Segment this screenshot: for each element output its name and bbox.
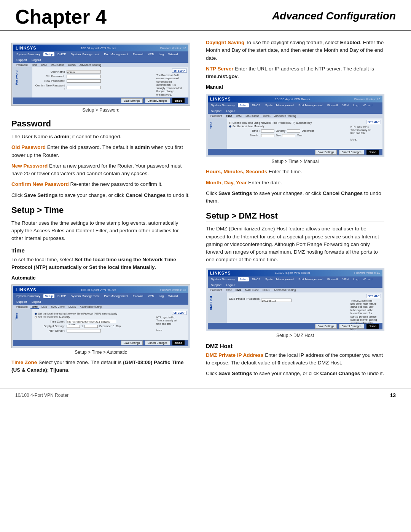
dmz-ip-para: DMZ Private IP Address Enter the local I… <box>206 351 384 367</box>
screenshot-dmz: LINKSYS 10/100 4-port VPN Router Firmwar… <box>206 268 384 331</box>
setup-time-section: Setup > Time The Router uses the time se… <box>11 205 190 243</box>
cancel-changes-btn-2[interactable]: Cancel Changes <box>145 340 170 345</box>
dmz-host-subsection: DMZ Host DMZ Private IP Address Enter th… <box>206 343 384 378</box>
save-settings-btn-1[interactable]: Save Settings <box>121 98 143 103</box>
time-subsection: Time To set the local time, select Set t… <box>11 247 190 272</box>
time-intro: To set the local time, select Set the lo… <box>11 256 190 272</box>
section-title: Advanced Configuration <box>272 10 396 22</box>
screenshot-time-manual: LINKSYS 10/100 4-port VPN Router Firmwar… <box>206 94 384 157</box>
time-heading: Time <box>11 247 190 254</box>
manual-label: Manual <box>206 84 384 90</box>
router-header-1: LINKSYS 10/100 4-port VPN Router Firmwar… <box>13 45 188 51</box>
setup-time-intro: The Router uses the time settings to tim… <box>11 219 190 243</box>
chapter-title: Chapter 4 <box>15 7 107 27</box>
dmz-host-heading: DMZ Host <box>206 343 384 349</box>
caption-4: Setup > DMZ Host <box>206 333 384 338</box>
save-instructions-2: Click Save Settings to save your changes… <box>206 190 384 205</box>
caption-3: Setup > Time > Manual <box>206 159 384 164</box>
caption-1: Setup > Password <box>11 107 190 113</box>
automatic-label: Automatic <box>11 275 190 281</box>
left-column: LINKSYS 10/100 4-port VPN Router Firmwar… <box>11 39 198 380</box>
password-section: Password The User Name is admin; it cann… <box>11 119 190 199</box>
save-settings-btn-2[interactable]: Save Settings <box>121 340 143 345</box>
hours-minutes-seconds-para: Hours, Minutes, Seconds Enter the time. <box>206 168 384 176</box>
setup-time-heading: Setup > Time <box>11 205 190 216</box>
screenshot-time-auto: LINKSYS 10/100 4-port VPN Router Firmwar… <box>11 284 190 348</box>
month-day-year-para: Month, Day, Year Enter the date. <box>206 179 384 187</box>
timezone-para: Time Zone Select your time zone. The def… <box>11 359 190 374</box>
old-password-para: Old Password Enter the old password. The… <box>11 144 190 159</box>
caption-2: Setup > Time > Automatic <box>11 350 190 355</box>
router-nav-1: System Summary Setup DHCP System Managem… <box>13 51 188 63</box>
ntp-server-para: NTP Server Enter the URL or IP address o… <box>206 65 384 81</box>
password-intro: The User Name is admin; it cannot be cha… <box>11 133 190 141</box>
dmz-heading: Setup > DMZ Host <box>206 211 384 222</box>
content-columns: LINKSYS 10/100 4-port VPN Router Firmwar… <box>0 39 411 380</box>
daylight-saving-para: Daylight Saving To use the daylight savi… <box>206 39 384 62</box>
dmz-section: Setup > DMZ Host The DMZ (Demilitarized … <box>206 211 384 264</box>
page-header: Chapter 4 Advanced Configuration <box>0 0 411 31</box>
dmz-intro: The DMZ (Demilitarized Zone) Host featur… <box>206 225 384 264</box>
screenshot-password: LINKSYS 10/100 4-port VPN Router Firmwar… <box>11 43 190 106</box>
footer-model: 10/100 4-Port VPN Router <box>15 393 68 398</box>
page-footer: 10/100 4-Port VPN Router 13 <box>0 388 411 402</box>
save-instructions-3: Click Save Settings to save your change,… <box>206 370 384 377</box>
confirm-password-para: Confirm New Password Re-enter the new pa… <box>11 181 190 188</box>
footer-page: 13 <box>390 392 396 398</box>
save-instructions-1: Click Save Settings to save your change,… <box>11 192 190 199</box>
save-settings-btn-3[interactable]: Save Settings <box>315 150 337 155</box>
right-column: Daylight Saving To use the daylight savi… <box>198 39 384 380</box>
page-wrapper: Chapter 4 Advanced Configuration LINKSYS… <box>0 0 411 402</box>
password-heading: Password <box>11 119 190 130</box>
cancel-changes-btn-3[interactable]: Cancel Changes <box>339 150 364 155</box>
save-settings-btn-4[interactable]: Save Settings <box>315 324 337 329</box>
new-password-para: New Password Enter a new password for th… <box>11 162 190 178</box>
